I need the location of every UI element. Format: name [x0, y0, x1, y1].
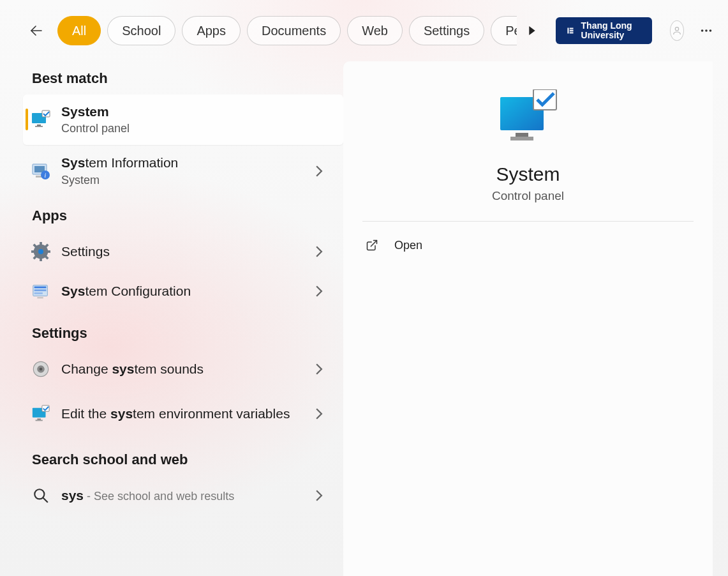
- tab-label: Settings: [424, 24, 470, 38]
- svg-rect-26: [34, 286, 47, 288]
- tab-settings[interactable]: Settings: [409, 16, 484, 45]
- monitor-check-icon: [31, 109, 51, 130]
- svg-rect-28: [34, 292, 43, 294]
- caret-right-icon: [528, 26, 537, 35]
- search-icon: [31, 485, 51, 506]
- selection-marker: [26, 109, 28, 130]
- svg-rect-41: [510, 137, 533, 140]
- result-title: System: [61, 103, 306, 120]
- result-search-web[interactable]: sys - See school and web results: [0, 476, 343, 515]
- svg-line-24: [34, 255, 37, 259]
- gear-icon: [31, 241, 51, 262]
- svg-point-3: [701, 29, 704, 32]
- detail-subtitle: Control panel: [492, 189, 564, 203]
- svg-point-4: [705, 29, 708, 32]
- tab-label: School: [122, 24, 161, 38]
- more-options-button[interactable]: [699, 19, 714, 42]
- section-heading-apps: Apps: [0, 191, 343, 232]
- tabs-scroll-right-button[interactable]: [524, 19, 540, 43]
- result-subtitle: System: [61, 173, 306, 188]
- tab-school[interactable]: School: [107, 16, 175, 45]
- svg-marker-1: [530, 26, 535, 35]
- detail-hero: System Control panel: [362, 87, 694, 222]
- expand-chevron[interactable]: [306, 490, 332, 501]
- result-title: Settings: [61, 243, 306, 260]
- tab-people-truncated[interactable]: Peo: [491, 16, 517, 45]
- svg-line-21: [34, 245, 37, 248]
- org-name: Thang Long University: [581, 20, 632, 40]
- section-heading-web: Search school and web: [0, 439, 343, 476]
- tab-label: Apps: [197, 24, 226, 38]
- result-labels: sys - See school and web results: [51, 487, 306, 504]
- chevron-right-icon: [315, 285, 323, 297]
- result-system-information[interactable]: i System Information System: [0, 151, 343, 191]
- chevron-right-icon: [315, 408, 323, 420]
- open-external-icon: [365, 238, 379, 252]
- svg-rect-27: [34, 289, 47, 291]
- person-icon: [672, 26, 682, 36]
- result-labels: System Control panel: [51, 103, 306, 136]
- expand-chevron[interactable]: [306, 408, 332, 420]
- search-scope-tabs: All School Apps Documents Web Settings P…: [57, 16, 517, 45]
- svg-rect-34: [37, 418, 41, 420]
- result-title: System Configuration: [61, 283, 306, 299]
- web-query: sys: [61, 488, 84, 503]
- action-open[interactable]: Open: [362, 222, 694, 269]
- svg-point-32: [40, 367, 43, 370]
- chevron-right-icon: [315, 490, 323, 501]
- action-label: Open: [394, 239, 422, 252]
- expand-chevron[interactable]: [306, 285, 332, 297]
- section-heading-best-match: Best match: [0, 61, 343, 95]
- computer-info-icon: i: [31, 161, 51, 181]
- svg-point-16: [38, 249, 43, 254]
- tab-label: Web: [362, 24, 388, 38]
- msconfig-icon: [31, 281, 51, 301]
- detail-title: System: [496, 163, 560, 185]
- svg-line-43: [371, 241, 376, 246]
- result-change-system-sounds[interactable]: Change system sounds: [0, 349, 343, 389]
- result-title: Edit the system environment variables: [61, 405, 291, 422]
- search-header: All School Apps Documents Web Settings P…: [0, 0, 728, 61]
- tab-apps[interactable]: Apps: [182, 16, 241, 45]
- monitor-check-icon: [498, 87, 559, 148]
- svg-rect-40: [516, 133, 528, 137]
- expand-chevron[interactable]: [306, 246, 332, 257]
- tab-all[interactable]: All: [57, 16, 101, 45]
- speaker-icon: [31, 359, 51, 379]
- result-settings-app[interactable]: Settings: [0, 232, 343, 271]
- organization-badge[interactable]: Thang Long University: [556, 17, 652, 44]
- ellipsis-icon: [699, 24, 713, 38]
- tab-label: Documents: [262, 24, 326, 38]
- svg-rect-29: [37, 297, 43, 298]
- search-content: Best match System Control panel i System…: [0, 61, 728, 576]
- result-system[interactable]: System Control panel: [23, 95, 343, 145]
- monitor-check-icon: [31, 404, 51, 424]
- tab-label: All: [72, 24, 86, 38]
- user-avatar[interactable]: [670, 20, 684, 41]
- result-title: System Information: [61, 155, 306, 171]
- back-button[interactable]: [28, 18, 45, 43]
- web-hint: - See school and web results: [84, 490, 234, 503]
- svg-line-22: [45, 255, 48, 259]
- svg-line-38: [43, 497, 48, 503]
- tab-documents[interactable]: Documents: [247, 16, 341, 45]
- svg-point-5: [709, 29, 712, 32]
- result-labels: System Information System: [51, 155, 306, 187]
- chevron-right-icon: [315, 246, 323, 257]
- detail-pane: System Control panel Open: [343, 61, 713, 576]
- result-title: Change system sounds: [61, 361, 306, 377]
- section-heading-settings: Settings: [0, 311, 343, 349]
- svg-rect-35: [36, 420, 43, 421]
- chevron-right-icon: [315, 363, 323, 375]
- svg-rect-7: [37, 125, 41, 126]
- svg-line-23: [45, 245, 48, 248]
- expand-chevron[interactable]: [306, 165, 332, 177]
- result-edit-env-variables[interactable]: Edit the system environment variables: [0, 389, 343, 439]
- org-logo-icon: [566, 24, 575, 38]
- tab-web[interactable]: Web: [347, 16, 403, 45]
- expand-chevron[interactable]: [306, 363, 332, 375]
- arrow-left-icon: [29, 23, 44, 38]
- svg-text:i: i: [45, 172, 47, 179]
- tab-label: Peo: [505, 24, 517, 38]
- result-system-configuration[interactable]: System Configuration: [0, 271, 343, 311]
